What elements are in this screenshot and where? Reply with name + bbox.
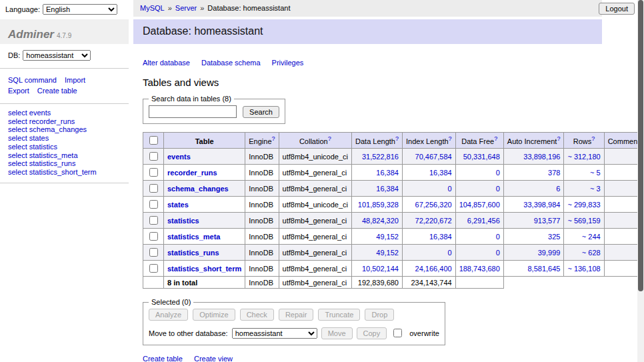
search-button[interactable]: Search (243, 106, 279, 118)
repair-button[interactable]: Repair (279, 309, 313, 321)
row-checkbox[interactable] (149, 200, 158, 209)
index-length-link[interactable]: 0 (448, 249, 452, 257)
help-link[interactable]: ? (395, 135, 399, 142)
breadcrumb-server-link[interactable]: Server (175, 4, 197, 12)
data-length-link[interactable]: 16,384 (376, 185, 399, 193)
privileges-link[interactable]: Privileges (272, 59, 304, 67)
data-free-link[interactable]: 6,291,456 (467, 217, 500, 225)
index-length-link[interactable]: 67,256,320 (415, 201, 452, 209)
breadcrumb-mysql-link[interactable]: MySQL (140, 4, 165, 12)
sidebar-item-select-statistics[interactable]: select statistics (8, 143, 121, 151)
language-select[interactable]: English (43, 4, 117, 15)
auto-increment-link[interactable]: 33,898,196 (523, 153, 560, 161)
index-length-link[interactable]: 72,220,672 (415, 217, 452, 225)
table-name-link[interactable]: statistics_meta (167, 233, 221, 241)
data-length-link[interactable]: 48,824,320 (362, 217, 399, 225)
index-length-link[interactable]: 24,166,400 (415, 265, 452, 273)
row-checkbox[interactable] (149, 232, 158, 241)
row-checkbox[interactable] (149, 216, 158, 225)
alter-database-link[interactable]: Alter database (143, 59, 190, 67)
check-button[interactable]: Check (240, 309, 274, 321)
sidebar-item-select-recorder-runs[interactable]: select recorder_runs (8, 117, 121, 126)
scrollbar-thumb[interactable] (638, 0, 643, 291)
optimize-button[interactable]: Optimize (193, 309, 235, 321)
row-checkbox[interactable] (149, 168, 158, 177)
table-name-link[interactable]: states (167, 201, 189, 209)
adminer-logo-link[interactable]: Adminer (8, 28, 54, 41)
auto-increment-link[interactable]: 8,581,645 (527, 265, 560, 273)
data-free-link[interactable]: 188,743,680 (459, 265, 500, 273)
index-length-link[interactable]: 0 (448, 185, 452, 193)
sidebar-link-export[interactable]: Export (8, 87, 29, 95)
data-free-link[interactable]: 0 (496, 169, 500, 177)
rows-count-link[interactable]: ~ 299,833 (567, 201, 600, 209)
sidebar-link-sql-command[interactable]: SQL command (8, 76, 57, 84)
auto-increment-link[interactable]: 39,999 (538, 249, 561, 257)
copy-button[interactable]: Copy (357, 327, 387, 339)
data-length-link[interactable]: 31,522,816 (362, 153, 399, 161)
help-link[interactable]: ? (272, 135, 275, 142)
help-link[interactable]: ? (494, 135, 497, 142)
rows-count-link[interactable]: ~ 5 (590, 169, 601, 177)
data-free-link[interactable]: 50,331,648 (463, 153, 500, 161)
data-length-link[interactable]: 10,502,144 (362, 265, 399, 273)
rows-count-link[interactable]: ~ 312,180 (567, 153, 600, 161)
table-name-link[interactable]: recorder_runs (167, 169, 217, 177)
move-db-select[interactable]: homeassistant (232, 328, 317, 339)
help-link[interactable]: ? (591, 135, 595, 142)
rows-count-link[interactable]: ~ 3 (590, 185, 601, 193)
create-table-link[interactable]: Create table (143, 355, 183, 362)
move-button[interactable]: Move (321, 327, 353, 339)
sidebar-item-select-states[interactable]: select states (8, 134, 121, 143)
help-link[interactable]: ? (449, 135, 452, 142)
data-length-link[interactable]: 16,384 (376, 169, 399, 177)
table-name-link[interactable]: events (167, 153, 191, 161)
index-length-link[interactable]: 16,384 (429, 169, 452, 177)
drop-button[interactable]: Drop (365, 309, 394, 321)
sidebar-item-select-statistics-meta[interactable]: select statistics_meta (8, 151, 121, 160)
create-view-link[interactable]: Create view (194, 355, 233, 362)
auto-increment-link[interactable]: 325 (548, 233, 560, 241)
scrollbar[interactable] (637, 0, 644, 362)
data-free-link[interactable]: 0 (496, 233, 500, 241)
data-free-link[interactable]: 0 (496, 185, 500, 193)
table-name-link[interactable]: statistics (167, 217, 199, 225)
data-length-link[interactable]: 49,152 (376, 249, 399, 257)
sidebar-link-create-table[interactable]: Create table (37, 87, 77, 95)
row-checkbox[interactable] (149, 152, 158, 161)
sidebar-link-import[interactable]: Import (65, 76, 85, 84)
row-checkbox[interactable] (149, 184, 158, 193)
data-free-link[interactable]: 0 (496, 249, 500, 257)
overwrite-checkbox[interactable] (393, 329, 402, 337)
data-length-link[interactable]: 101,859,328 (358, 201, 399, 209)
help-link[interactable]: ? (557, 135, 560, 142)
auto-increment-link[interactable]: 6 (556, 185, 560, 193)
data-free-link[interactable]: 104,857,600 (459, 201, 500, 209)
sidebar-item-select-events[interactable]: select events (8, 109, 121, 117)
rows-count-link[interactable]: ~ 569,159 (567, 217, 600, 225)
table-name-link[interactable]: statistics_runs (167, 249, 219, 257)
sidebar-item-select-statistics-runs[interactable]: select statistics_runs (8, 159, 121, 168)
rows-count-link[interactable]: ~ 136,108 (567, 265, 600, 273)
sidebar-item-select-schema-changes[interactable]: select schema_changes (8, 125, 121, 134)
auto-increment-link[interactable]: 378 (548, 169, 560, 177)
database-schema-link[interactable]: Database schema (201, 59, 261, 67)
sidebar-item-select-statistics-short-term[interactable]: select statistics_short_term (8, 168, 121, 177)
select-all-checkbox[interactable] (149, 136, 158, 145)
db-select[interactable]: homeassistant (23, 50, 91, 61)
table-name-link[interactable]: statistics_short_term (167, 265, 241, 273)
truncate-button[interactable]: Truncate (318, 309, 360, 321)
row-checkbox[interactable] (149, 264, 158, 273)
data-length-link[interactable]: 49,152 (376, 233, 399, 241)
auto-increment-link[interactable]: 33,398,984 (523, 201, 560, 209)
logout-button[interactable]: Logout (599, 3, 635, 15)
rows-count-link[interactable]: ~ 628 (582, 249, 601, 257)
table-name-link[interactable]: schema_changes (167, 185, 229, 193)
rows-count-link[interactable]: ~ 244 (582, 233, 601, 241)
row-checkbox[interactable] (149, 248, 158, 257)
search-input[interactable] (149, 105, 237, 118)
help-link[interactable]: ? (328, 135, 331, 142)
index-length-link[interactable]: 16,384 (429, 233, 452, 241)
analyze-button[interactable]: Analyze (149, 309, 188, 321)
index-length-link[interactable]: 70,467,584 (415, 153, 452, 161)
